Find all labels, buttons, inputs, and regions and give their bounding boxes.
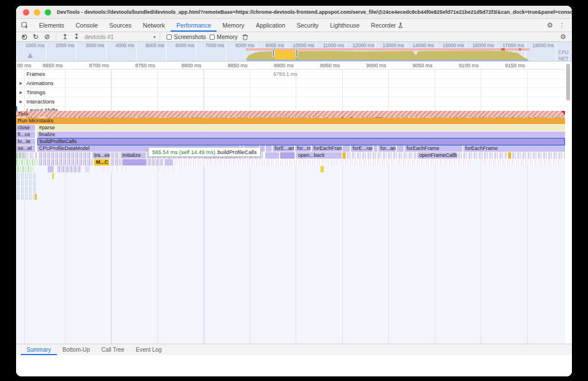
flame-event-openframecallback[interactable]: openFrameCallback <box>417 152 457 159</box>
flame-event[interactable] <box>512 152 565 159</box>
flame-event[interactable] <box>17 187 37 193</box>
flame-event-run-microtasks[interactable]: Run Microtasks <box>16 118 565 124</box>
tab-security[interactable]: Security <box>291 19 324 32</box>
inspect-element-icon[interactable] <box>16 19 33 32</box>
flame-event-fi-ce[interactable]: fi...ce <box>16 132 35 138</box>
more-options-icon[interactable]: ⋮ <box>559 22 565 29</box>
flame-event-finalize[interactable]: finalize <box>37 132 565 138</box>
flame-event[interactable] <box>397 145 404 152</box>
flame-event[interactable] <box>165 159 173 166</box>
flame-event[interactable] <box>111 159 121 166</box>
flame-event[interactable] <box>19 152 21 159</box>
tab-network[interactable]: Network <box>137 19 171 32</box>
flame-chart-area[interactable]: 00 ms 8650 ms8700 ms8750 ms8800 ms8850 m… <box>16 61 572 344</box>
flame-event-foreachframe[interactable]: forEachFrame <box>312 145 342 152</box>
load-profile-button[interactable]: ↥ <box>59 33 71 40</box>
flame-event[interactable] <box>374 145 377 152</box>
tab-summary[interactable]: Summary <box>21 344 57 355</box>
track-row-animations[interactable]: ▶Animations <box>16 79 565 88</box>
tab-sources[interactable]: Sources <box>103 19 137 32</box>
flame-event-fore-ame[interactable]: forE...ame <box>273 145 294 152</box>
flame-event[interactable] <box>111 152 119 159</box>
flame-event[interactable] <box>122 159 146 166</box>
flame-event[interactable] <box>336 159 396 166</box>
flame-event[interactable] <box>17 194 34 200</box>
tab-bottom-up[interactable]: Bottom-Up <box>57 344 96 355</box>
flame-event[interactable] <box>102 166 126 172</box>
flame-event[interactable] <box>17 180 37 186</box>
memory-checkbox[interactable] <box>210 34 215 40</box>
chevron-collapsed-icon[interactable]: ▶ <box>20 90 22 95</box>
flame-event[interactable] <box>266 145 272 152</box>
profile-select[interactable]: devtools #1 ▾ <box>82 34 157 40</box>
flame-event[interactable] <box>260 145 265 152</box>
track-row-interactions[interactable]: ▶Interactions <box>16 97 565 106</box>
flame-event-fore-rame[interactable]: forE...rame <box>351 145 373 152</box>
chevron-collapsed-icon[interactable]: ▶ <box>20 81 22 86</box>
flame-event[interactable] <box>35 194 37 200</box>
flame-event-for-me[interactable]: for...me <box>295 145 311 152</box>
track-row-timings[interactable]: ▶Timings <box>16 88 565 97</box>
flame-event-tra-ee[interactable]: tra...ee <box>92 152 110 159</box>
flame-event-foreachframe[interactable]: forEachFrame <box>405 145 462 152</box>
flame-event[interactable] <box>265 152 279 159</box>
flame-event[interactable] <box>16 152 18 159</box>
tab-event-log[interactable]: Event Log <box>130 344 168 355</box>
flame-event[interactable] <box>175 159 208 166</box>
minimize-window-button[interactable] <box>34 9 40 16</box>
track-row-frames[interactable]: Frames <box>16 70 565 79</box>
tab-console[interactable]: Console <box>70 19 104 32</box>
close-window-button[interactable] <box>23 9 29 16</box>
flame-event[interactable] <box>17 173 37 179</box>
flame-event[interactable] <box>25 152 37 159</box>
flame-event[interactable] <box>343 152 346 159</box>
chevron-collapsed-icon[interactable]: ▶ <box>20 99 22 104</box>
flame-event[interactable] <box>39 159 93 166</box>
flame-event-foreachframe[interactable]: forEachFrame <box>463 145 565 152</box>
flame-event-buildprofilecalls[interactable]: buildProfileCalls <box>37 138 565 145</box>
flame-event-parse[interactable]: #parse <box>37 125 565 131</box>
selection-handle-right[interactable] <box>296 49 298 57</box>
tab-call-tree[interactable]: Call Tree <box>96 344 130 355</box>
tab-memory[interactable]: Memory <box>216 19 250 32</box>
tab-elements[interactable]: Elements <box>33 19 70 32</box>
tab-lighthouse[interactable]: Lighthouse <box>324 19 365 32</box>
flame-event[interactable] <box>343 145 350 152</box>
flame-event[interactable] <box>320 166 324 172</box>
reload-and-record-button[interactable]: ↻ <box>30 33 41 40</box>
screenshots-checkbox[interactable] <box>167 34 172 40</box>
flame-event[interactable] <box>508 152 511 159</box>
save-profile-button[interactable]: ↧ <box>71 33 82 40</box>
tab-performance[interactable]: Performance <box>171 19 216 32</box>
timeline-overview[interactable]: 1000 ms2000 ms3000 ms4000 ms5000 ms6000 … <box>16 42 572 61</box>
flame-event[interactable] <box>280 152 295 159</box>
flame-event-task[interactable]: Task <box>16 111 565 117</box>
flame-event[interactable] <box>22 152 24 159</box>
flame-event[interactable] <box>399 159 470 166</box>
flame-event[interactable] <box>158 166 177 172</box>
tab-recorder[interactable]: Recorder <box>365 19 409 32</box>
flame-event[interactable] <box>52 173 54 179</box>
trash-icon[interactable] <box>242 34 248 40</box>
flame-event[interactable] <box>17 166 33 172</box>
flame-event-open-back[interactable]: open...back <box>296 152 342 159</box>
flame-event-close[interactable]: close <box>16 125 35 131</box>
flame-event[interactable] <box>57 166 82 172</box>
flame-event-se-el[interactable]: se...el <box>16 145 35 152</box>
vertical-scrollbar[interactable] <box>566 64 570 101</box>
flame-event[interactable] <box>347 152 416 159</box>
flame-event-m-c[interactable]: M...C <box>94 159 109 166</box>
overview-selected-range[interactable] <box>274 50 295 60</box>
flame-event[interactable] <box>210 159 259 166</box>
settings-gear-icon[interactable]: ⚙ <box>547 22 553 29</box>
flame-event[interactable] <box>484 159 562 166</box>
tab-application[interactable]: Application <box>250 19 291 32</box>
flame-event-initialize[interactable]: initialize <box>121 152 146 159</box>
flame-event[interactable] <box>458 152 507 159</box>
zoom-window-button[interactable] <box>45 9 51 16</box>
flame-event[interactable] <box>148 159 164 166</box>
flame-event-lo-te[interactable]: lo...te <box>16 138 35 145</box>
flame-event[interactable] <box>85 166 90 172</box>
capture-settings-gear-icon[interactable]: ⚙ <box>560 33 572 40</box>
flame-event[interactable] <box>48 166 53 172</box>
